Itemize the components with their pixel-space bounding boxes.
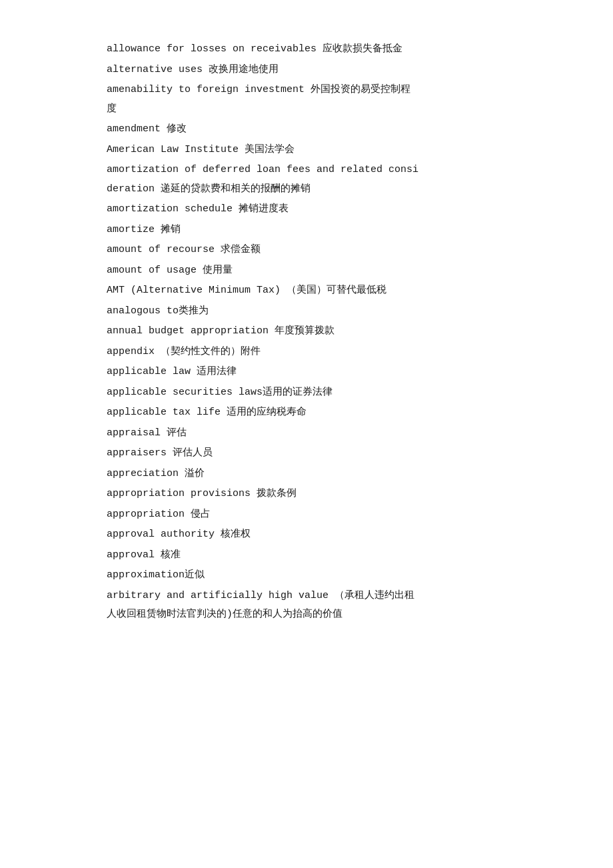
entry-text: appraisal 评估 <box>107 427 187 439</box>
entry-text: applicable securities laws适用的证券法律 <box>107 387 332 398</box>
entry-amount-recourse: amount of recourse 求偿金额 <box>107 241 586 260</box>
content-area: allowance for losses on receivables 应收款损… <box>107 40 586 625</box>
entry-applicable-tax: applicable tax life 适用的应纳税寿命 <box>107 403 586 423</box>
entry-amount-usage: amount of usage 使用量 <box>107 261 586 281</box>
entry-arbitrary: arbitrary and artificially high value （承… <box>107 587 586 625</box>
entry-appreciation: appreciation 溢价 <box>107 465 586 484</box>
entry-allowance: allowance for losses on receivables 应收款损… <box>107 40 586 59</box>
entry-text: amount of recourse 求偿金额 <box>107 244 261 255</box>
entry-appendix: appendix （契约性文件的）附件 <box>107 343 586 362</box>
entry-american-law: American Law Institute 美国法学会 <box>107 141 586 160</box>
entry-text: allowance for losses on receivables 应收款损… <box>107 43 402 55</box>
entry-annual-budget: annual budget appropriation 年度预算拨款 <box>107 322 586 341</box>
entry-text: American Law Institute 美国法学会 <box>107 144 295 155</box>
entry-text: AMT (Alternative Minimum Tax) （美国）可替代最低税 <box>107 285 386 296</box>
entry-text: alternative uses 改换用途地使用 <box>107 64 279 75</box>
entry-text: approval authority 核准权 <box>107 529 251 540</box>
entry-approximation: approximation近似 <box>107 566 586 585</box>
entry-text-line1: arbitrary and artificially high value （承… <box>107 590 414 601</box>
entry-appraisal: appraisal 评估 <box>107 424 586 443</box>
entry-text: amount of usage 使用量 <box>107 265 233 276</box>
entry-approval: approval 核准 <box>107 546 586 565</box>
entry-amt: AMT (Alternative Minimum Tax) （美国）可替代最低税 <box>107 281 586 301</box>
entry-text: appropriation 侵占 <box>107 509 211 520</box>
entry-text: applicable law 适用法律 <box>107 366 237 377</box>
entry-text: appendix （契约性文件的）附件 <box>107 346 261 357</box>
entry-text-line2: 人收回租赁物时法官判决的)任意的和人为抬高的价值 <box>107 609 342 620</box>
entry-text-line2: deration 递延的贷款费和相关的报酬的摊销 <box>107 183 310 195</box>
entry-text: annual budget appropriation 年度预算拨款 <box>107 325 334 337</box>
entry-text: amendment 修改 <box>107 123 187 135</box>
entry-appropriation: appropriation 侵占 <box>107 505 586 525</box>
entry-amortize: amortize 摊销 <box>107 221 586 240</box>
entry-applicable-securities: applicable securities laws适用的证券法律 <box>107 383 586 403</box>
entry-text: appropriation provisions 拨款条例 <box>107 488 297 499</box>
entry-analogous: analogous to类推为 <box>107 302 586 321</box>
entry-appropriation-provisions: appropriation provisions 拨款条例 <box>107 485 586 504</box>
entry-amenability: amenability to foreign investment 外国投资的易… <box>107 81 586 119</box>
entry-appraisers: appraisers 评估人员 <box>107 444 586 463</box>
entry-text: appraisers 评估人员 <box>107 447 213 459</box>
entry-applicable-law: applicable law 适用法律 <box>107 363 586 382</box>
entry-amortization-deferred: amortization of deferred loan fees and r… <box>107 161 586 199</box>
entry-continuation: 度 <box>107 103 117 115</box>
entry-amortization-schedule: amortization schedule 摊销进度表 <box>107 200 586 219</box>
entry-text: approval 核准 <box>107 549 181 561</box>
entry-amendment: amendment 修改 <box>107 120 586 139</box>
entry-text-line1: amortization of deferred loan fees and r… <box>107 164 418 175</box>
entry-text: applicable tax life 适用的应纳税寿命 <box>107 407 306 418</box>
entry-text: appreciation 溢价 <box>107 468 205 479</box>
entry-approval-authority: approval authority 核准权 <box>107 525 586 545</box>
entry-text: approximation近似 <box>107 569 205 581</box>
entry-text: amortization schedule 摊销进度表 <box>107 203 289 215</box>
entry-text: amenability to foreign investment 外国投资的易… <box>107 84 410 95</box>
entry-text: analogous to类推为 <box>107 305 209 317</box>
entry-text: amortize 摊销 <box>107 224 181 235</box>
entry-alternative: alternative uses 改换用途地使用 <box>107 61 586 80</box>
